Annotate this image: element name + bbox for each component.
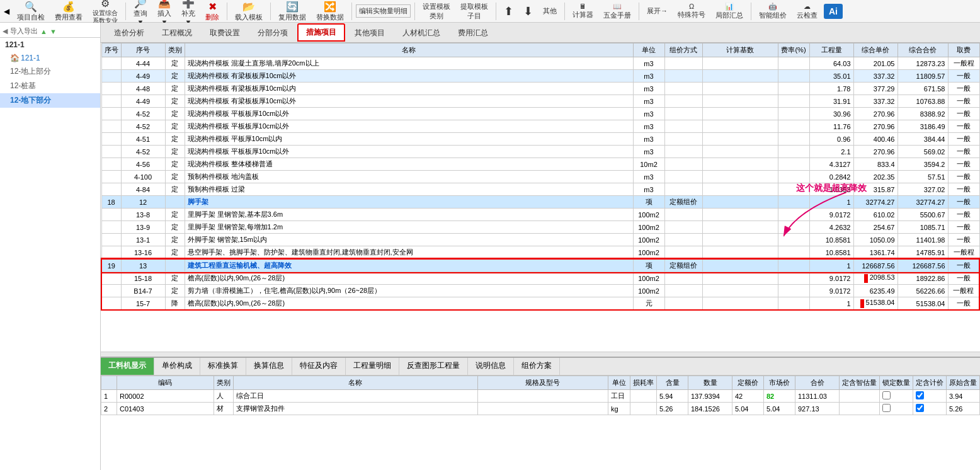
table-cell[interactable]: 14785.91 xyxy=(897,246,948,260)
calc-checkbox[interactable] xyxy=(916,391,924,399)
table-cell[interactable] xyxy=(702,183,778,196)
bottom-cell[interactable] xyxy=(880,403,913,415)
bottom-cell[interactable]: 137.9394 xyxy=(688,390,732,403)
table-cell[interactable]: 11809.57 xyxy=(897,70,948,83)
table-cell[interactable] xyxy=(702,285,778,297)
table-cell[interactable]: 现浇构件模板 有梁板板厚10cm以内 xyxy=(185,83,633,95)
table-row[interactable]: 1913建筑工程垂直运输机械、超高降效项定额组价1126687.56126687… xyxy=(101,259,979,272)
table-row[interactable]: 4-49定现浇构件模板 有梁板板厚10cm以外m335.01337.321180… xyxy=(101,70,979,83)
table-cell[interactable] xyxy=(101,221,121,234)
table-cell[interactable]: 315.87 xyxy=(853,183,897,196)
nav-up-icon[interactable]: ▲ xyxy=(40,28,47,35)
table-cell[interactable]: 100m2 xyxy=(633,234,664,246)
table-cell[interactable]: 254.67 xyxy=(853,221,897,234)
table-cell[interactable]: 2.1 xyxy=(809,146,853,158)
table-cell[interactable]: 32774.27 xyxy=(897,196,948,209)
table-cell[interactable]: 201.05 xyxy=(853,57,897,70)
table-cell[interactable]: 0.2842 xyxy=(809,171,853,183)
table-cell[interactable]: 脚手架 xyxy=(185,196,633,209)
toolbar-ai[interactable]: Ai xyxy=(824,4,843,19)
sidebar-item-root[interactable]: 121-1 xyxy=(0,38,100,52)
table-cell[interactable] xyxy=(778,83,809,95)
table-cell[interactable]: 4-52 xyxy=(121,146,165,158)
table-cell[interactable]: 一般 xyxy=(948,259,979,272)
table-cell[interactable]: 10.8581 xyxy=(809,246,853,260)
table-cell[interactable] xyxy=(702,209,778,221)
table-cell[interactable] xyxy=(702,57,778,70)
table-cell[interactable]: m3 xyxy=(633,120,664,133)
nav-down-icon[interactable]: ▼ xyxy=(50,28,57,35)
table-cell[interactable]: 3594.2 xyxy=(897,158,948,171)
table-cell[interactable] xyxy=(778,133,809,146)
table-cell[interactable]: 预制构件模板 过梁 xyxy=(185,183,633,196)
toolbar-set-template[interactable]: 设置模板 类别 xyxy=(419,1,454,22)
table-cell[interactable]: 13-1 xyxy=(121,234,165,246)
table-cell[interactable]: 定额组价 xyxy=(664,196,702,209)
table-cell[interactable] xyxy=(778,108,809,120)
table-cell[interactable] xyxy=(702,259,778,272)
toolbar-calculator[interactable]: 🖩 计算器 xyxy=(569,1,597,21)
bottom-tab-convert-info[interactable]: 换算信息 xyxy=(246,358,292,375)
table-cell[interactable]: 100m2 xyxy=(633,272,664,285)
bottom-cell[interactable]: 184.1526 xyxy=(688,403,732,415)
table-cell[interactable]: m3 xyxy=(633,183,664,196)
table-cell[interactable]: 一般 xyxy=(948,146,979,158)
toolbar-nav-prev[interactable]: ⬆ xyxy=(500,3,517,20)
bottom-cell[interactable]: 927.13 xyxy=(795,403,840,415)
table-cell[interactable]: 5500.67 xyxy=(897,209,948,221)
table-cell[interactable]: 剪力墙（非滑模施工），住宅,檐高(层数)以内,90m（26~28层） xyxy=(185,285,633,297)
table-cell[interactable] xyxy=(778,120,809,133)
table-cell[interactable] xyxy=(778,297,809,311)
table-cell[interactable]: 里脚手架 里钢管架,每增加1.2m xyxy=(185,221,633,234)
table-cell[interactable]: 现浇构件模板 平板板厚10cm以外 xyxy=(185,120,633,133)
table-cell[interactable]: 4-44 xyxy=(121,57,165,70)
table-cell[interactable]: 项 xyxy=(633,259,664,272)
table-cell[interactable]: 4-49 xyxy=(121,95,165,108)
lock-checkbox[interactable] xyxy=(882,404,891,412)
bottom-tab-labor[interactable]: 工料机显示 xyxy=(101,358,154,375)
table-cell[interactable] xyxy=(165,196,185,209)
table-cell[interactable]: 64.03 xyxy=(809,57,853,70)
table-cell[interactable] xyxy=(664,120,702,133)
toolbar-replace[interactable]: 🔀 替换数据 xyxy=(312,0,348,23)
table-cell[interactable]: 定 xyxy=(165,70,185,83)
bottom-cell[interactable] xyxy=(840,390,880,403)
tab-project-overview[interactable]: 工程概况 xyxy=(154,25,200,41)
bottom-cell[interactable] xyxy=(913,390,947,403)
bottom-tab-description[interactable]: 说明信息 xyxy=(468,358,514,375)
table-row[interactable]: 15-7降檐高(层数)以内,90m,(26～28层)元151538.045153… xyxy=(101,297,979,311)
table-cell[interactable]: 1.78 xyxy=(809,83,853,95)
table-cell[interactable]: 30.96 xyxy=(809,108,853,120)
table-cell[interactable]: 定 xyxy=(165,183,185,196)
table-cell[interactable] xyxy=(664,272,702,285)
bottom-cell[interactable]: 42 xyxy=(732,390,764,403)
table-cell[interactable]: m3 xyxy=(633,146,664,158)
table-cell[interactable]: 一般 xyxy=(948,196,979,209)
table-cell[interactable]: 12873.23 xyxy=(897,57,948,70)
table-cell[interactable]: 4-84 xyxy=(121,183,165,196)
table-cell[interactable] xyxy=(664,108,702,120)
table-cell[interactable]: 10m2 xyxy=(633,158,664,171)
toolbar-expand[interactable]: 展开→ xyxy=(643,5,671,17)
toolbar-delete[interactable]: ✖ 删除 xyxy=(202,0,223,23)
table-cell[interactable]: 檐高(层数)以内,90m,(26～28层) xyxy=(185,297,633,311)
table-cell[interactable] xyxy=(778,158,809,171)
bottom-tab-features[interactable]: 特征及内容 xyxy=(292,358,346,375)
table-cell[interactable]: 一般 xyxy=(948,133,979,146)
table-cell[interactable]: m3 xyxy=(633,70,664,83)
table-cell[interactable]: 51538.04 xyxy=(897,297,948,311)
lock-checkbox[interactable] xyxy=(882,391,891,399)
table-row[interactable]: 15-18定檐高(层数)以内,90m,(26～28层)100m29.017220… xyxy=(101,272,979,285)
table-cell[interactable]: 384.44 xyxy=(897,133,948,146)
table-cell[interactable]: m3 xyxy=(633,133,664,146)
table-cell[interactable]: 定 xyxy=(165,246,185,260)
table-cell[interactable]: 18922.86 xyxy=(897,272,948,285)
table-cell[interactable] xyxy=(702,146,778,158)
toolbar-special-symbol[interactable]: Ω 特殊符号 xyxy=(674,1,709,21)
table-cell[interactable]: 9.0172 xyxy=(809,209,853,221)
table-cell[interactable]: 元 xyxy=(633,297,664,311)
table-cell[interactable] xyxy=(778,196,809,209)
bottom-cell[interactable] xyxy=(913,403,947,415)
table-cell[interactable]: 32774.27 xyxy=(853,196,897,209)
table-cell[interactable]: 降 xyxy=(165,297,185,311)
